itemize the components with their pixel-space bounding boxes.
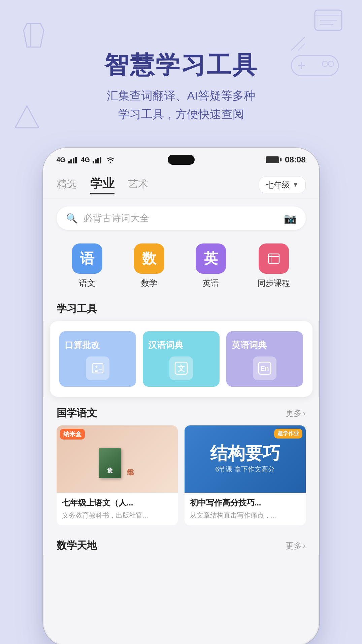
card-1-badge: 纳米盒 <box>60 429 85 440</box>
tools-section: 口算批改 汉语词典 <box>50 321 312 397</box>
english-dict-icon: En <box>253 356 276 380</box>
card-1-image: 纳米盒 语文 七年级 <box>57 425 178 493</box>
hero-title: 智慧学习工具 <box>104 52 258 78</box>
svg-rect-17 <box>100 157 101 163</box>
tool-card-oral[interactable]: 口算批改 <box>59 331 136 387</box>
tool-chinese-dict-title: 汉语词典 <box>148 339 183 351</box>
status-right: 08:08 <box>266 155 305 164</box>
phone-frame: 4G 4G <box>43 148 319 644</box>
tool-english-dict-title: 英语词典 <box>232 339 267 351</box>
chinese-dict-icon: 文 <box>169 356 193 380</box>
svg-rect-11 <box>70 159 72 163</box>
svg-text:En: En <box>260 365 269 372</box>
signal-bars-2-icon <box>93 156 103 163</box>
battery-icon <box>266 156 282 163</box>
search-icon: 🔍 <box>66 213 78 224</box>
subject-english[interactable]: 英 英语 <box>196 243 226 289</box>
subject-label-math: 数学 <box>141 278 157 289</box>
card-1-body: 七年级上语文（人... 义务教育教科书，出版社官... <box>57 493 178 525</box>
math-header: 数学天地 更多 › <box>43 533 319 555</box>
svg-rect-18 <box>268 254 279 263</box>
tab-art[interactable]: 艺术 <box>128 177 148 192</box>
card-2-desc: 从文章结构直击写作痛点，... <box>190 511 300 520</box>
signal-4g-1: 4G <box>57 156 66 164</box>
search-bar[interactable]: 🔍 必背古诗词大全 📷 <box>57 206 306 230</box>
svg-rect-15 <box>95 159 97 163</box>
card-2-body: 初中写作高分技巧... 从文章结构直击写作痛点，... <box>185 493 306 525</box>
guoxue-section: 国学语文 更多 › 纳米盒 语文 七年级 <box>43 397 319 555</box>
book-cover: 语文 <box>99 448 121 478</box>
grade-label: 七年级 <box>266 180 290 190</box>
card-2-title: 初中写作高分技巧... <box>190 497 300 508</box>
subject-math[interactable]: 数 数学 <box>134 243 164 289</box>
tool-card-chinese-dict[interactable]: 汉语词典 文 <box>143 331 220 387</box>
math-chevron-right-icon: › <box>303 541 306 551</box>
subject-label-chinese: 语文 <box>79 278 95 289</box>
svg-text:文: 文 <box>177 364 185 373</box>
guoxue-cards: 纳米盒 语文 七年级 七年级上语文（人... 义务教育教科书，出版社官... <box>43 425 319 533</box>
camera-notch <box>168 155 195 165</box>
search-section: 🔍 必背古诗词大全 📷 <box>43 198 319 238</box>
subject-label-english: 英语 <box>203 278 219 289</box>
svg-rect-10 <box>68 161 70 163</box>
signal-bars-icon <box>68 156 78 163</box>
subject-label-course: 同步课程 <box>258 278 290 289</box>
time-display: 08:08 <box>285 155 305 164</box>
hero-section: 智慧学习工具 汇集查词翻译、AI答疑等多种 学习工具，方便快速查阅 <box>0 0 362 155</box>
nav-tabs: 精选 学业 艺术 七年级 ▼ <box>43 172 319 198</box>
guoxue-more-link[interactable]: 更多 › <box>286 408 306 419</box>
card-2-badge: 趣学作业 <box>274 429 302 439</box>
status-left: 4G 4G <box>57 156 116 164</box>
signal-4g-2: 4G <box>81 156 90 164</box>
math-title: 数学天地 <box>57 539 97 553</box>
chevron-down-icon: ▼ <box>293 181 299 188</box>
svg-rect-14 <box>93 161 94 163</box>
svg-rect-16 <box>97 158 99 163</box>
card-2-sub: 6节课 拿下作文高分 <box>215 465 275 474</box>
tool-oral-title: 口算批改 <box>65 339 100 351</box>
card-1-title: 七年级上语文（人... <box>62 497 172 508</box>
guoxue-title: 国学语文 <box>57 406 97 420</box>
guoxue-card-1[interactable]: 纳米盒 语文 七年级 七年级上语文（人... 义务教育教科书，出版社官... <box>57 425 178 525</box>
oral-calc-icon <box>86 356 109 380</box>
math-more-link[interactable]: 更多 › <box>286 540 306 551</box>
tool-card-english-dict[interactable]: 英语词典 En <box>226 331 303 387</box>
hero-subtitle: 汇集查词翻译、AI答疑等多种 学习工具，方便快速查阅 <box>107 86 255 123</box>
phone-mockup: 4G 4G <box>43 148 319 644</box>
subject-chinese[interactable]: 语 语文 <box>72 243 102 289</box>
chevron-right-icon: › <box>303 409 306 418</box>
camera-search-icon[interactable]: 📷 <box>284 213 296 224</box>
tab-curated[interactable]: 精选 <box>57 177 77 192</box>
svg-rect-12 <box>73 158 74 163</box>
learning-tools-title: 学习工具 <box>43 297 319 321</box>
guoxue-header: 国学语文 更多 › <box>43 404 319 425</box>
card-1-desc: 义务教育教科书，出版社官... <box>62 511 172 520</box>
subject-course[interactable]: 同步课程 <box>258 243 290 289</box>
wifi-icon <box>105 156 116 163</box>
guoxue-card-2[interactable]: 趣学作业 结构要巧 6节课 拿下作文高分 初中写作高分技巧... 从文章结构直击… <box>185 425 306 525</box>
subject-icon-english: 英 <box>196 243 226 274</box>
status-bar: 4G 4G <box>43 148 319 172</box>
subjects-section: 语 语文 数 数学 英 英语 同步课程 <box>43 238 319 297</box>
search-placeholder: 必背古诗词大全 <box>83 212 278 225</box>
card-2-headline: 结构要巧 <box>210 445 280 462</box>
card-2-image: 趣学作业 结构要巧 6节课 拿下作文高分 <box>185 425 306 493</box>
subject-icon-chinese: 语 <box>72 243 102 274</box>
subject-icon-math: 数 <box>134 243 164 274</box>
tab-academic[interactable]: 学业 <box>90 176 114 194</box>
grade-selector[interactable]: 七年级 ▼ <box>259 177 306 193</box>
svg-rect-13 <box>75 157 77 163</box>
subject-icon-course <box>259 243 289 274</box>
